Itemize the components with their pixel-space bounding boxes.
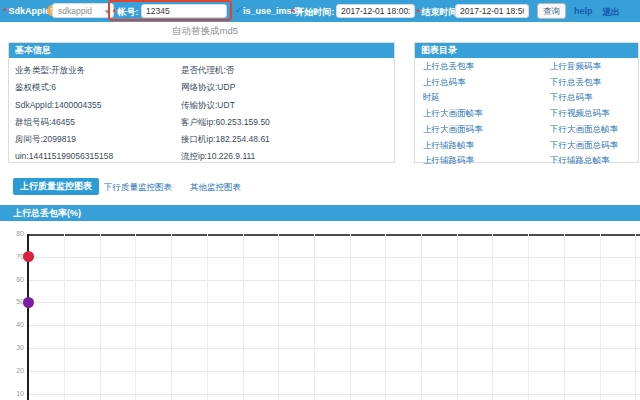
catalog-col1: 上行总丢包率上行总码率时延上行大画面帧率上行大画面码率上行辅路帧率上行辅路码率 — [423, 59, 483, 169]
uplink-loss-chart: 80706050403020100 — [0, 221, 640, 400]
catalog-link[interactable]: 上行辅路码率 — [423, 153, 483, 169]
h-gridline — [28, 394, 640, 395]
y-tick-label: 70 — [0, 253, 24, 260]
v-gridline — [528, 234, 529, 400]
catalog-link[interactable]: 上行总丢包率 — [423, 59, 483, 75]
v-gridline — [421, 234, 422, 400]
catalog-link[interactable]: 上行辅路帧率 — [423, 138, 483, 154]
catalog-link[interactable]: 上行音频码率 — [550, 59, 618, 75]
v-gridline — [171, 234, 172, 400]
tab-other-monitor[interactable]: 其他监控图表 — [190, 182, 241, 194]
catalog-link[interactable]: 下行总码率 — [550, 90, 618, 106]
catalog-link[interactable]: 上行大画面码率 — [423, 122, 483, 138]
catalog-link[interactable]: 下行视频总码率 — [550, 106, 618, 122]
h-gridline — [28, 280, 640, 281]
info-row: 传输协议:UDT — [181, 97, 270, 114]
v-gridline — [600, 234, 601, 400]
end-time-input[interactable] — [455, 4, 529, 18]
v-gridline — [635, 234, 636, 400]
h-gridline — [28, 325, 640, 326]
catalog-link[interactable]: 下行总丢包率 — [550, 75, 618, 91]
info-row: 网络协议:UDP — [181, 79, 270, 96]
v-gridline — [314, 234, 315, 400]
v-gridline — [350, 234, 351, 400]
account-label: *帐号: — [113, 6, 139, 19]
info-row: 接口机ip:182.254.48.61 — [181, 131, 270, 148]
y-tick-label: 80 — [0, 230, 24, 237]
monitor-tabs: 上行质量监控图表 下行质量监控图表 其他监控图表 — [0, 176, 640, 198]
logout-link[interactable]: 退出 — [602, 6, 620, 19]
v-gridline — [457, 234, 458, 400]
chart-catalog-title: 图表目录 — [415, 43, 638, 58]
chart-top-border — [28, 234, 640, 236]
catalog-col2: 上行音频码率下行总丢包率下行总码率下行视频总码率下行大画面总帧率下行大画面总码率… — [550, 59, 618, 169]
account-input[interactable] — [141, 4, 227, 18]
catalog-link[interactable]: 下行大画面总帧率 — [550, 122, 618, 138]
v-gridline — [564, 234, 565, 400]
info-row: 流控ip:10.226.9.111 — [181, 148, 270, 165]
monitor-dashboard: *SdkAppId: ? sdkappid ▾ *帐号: ✓ is_use_im… — [0, 0, 640, 400]
tab-downlink-quality[interactable]: 下行质量监控图表 — [104, 182, 172, 194]
y-tick-label: 20 — [0, 367, 24, 374]
info-row: 客户端ip:60.253.159.50 — [181, 114, 270, 131]
tab-uplink-quality[interactable]: 上行质量监控图表 — [13, 178, 99, 195]
catalog-link[interactable]: 下行大画面总码率 — [550, 138, 618, 154]
y-tick-label: 60 — [0, 276, 24, 283]
start-time-label: *开始时间: — [291, 6, 335, 19]
account-md5-hint: 自动替换成md5 — [155, 25, 255, 38]
chart-catalog-panel: 图表目录 上行总丢包率上行总码率时延上行大画面帧率上行大画面码率上行辅路帧率上行… — [414, 42, 639, 163]
info-row: 是否代理机:否 — [181, 62, 270, 79]
basic-info-col1: 业务类型:开放业务鉴权模式:6SdkAppId:1400004355群组号码:4… — [15, 62, 113, 166]
v-gridline — [100, 234, 101, 400]
imsdk-check-icon[interactable]: ✓ — [235, 5, 243, 15]
end-time-label: *结束时间: — [417, 6, 461, 19]
required-mark: * — [291, 7, 295, 17]
v-gridline — [207, 234, 208, 400]
basic-info-col2: 是否代理机:否网络协议:UDP传输协议:UDT客户端ip:60.253.159.… — [181, 62, 270, 166]
y-tick-label: 40 — [0, 321, 24, 328]
help-link[interactable]: help — [574, 6, 593, 16]
v-gridline — [243, 234, 244, 400]
h-gridline — [28, 257, 640, 258]
info-row: 业务类型:开放业务 — [15, 62, 113, 79]
h-gridline — [28, 302, 640, 303]
info-row: 房间号:2099819 — [15, 131, 113, 148]
catalog-link[interactable]: 下行辅路总帧率 — [550, 153, 618, 169]
sdkappid-select[interactable]: sdkappid ▾ — [52, 3, 114, 18]
catalog-link[interactable]: 时延 — [423, 90, 483, 106]
chevron-down-icon: ▾ — [105, 4, 109, 19]
y-tick-label: 30 — [0, 344, 24, 351]
chart-title-bar: 上行总丢包率(%) — [0, 205, 640, 221]
data-point — [23, 251, 34, 262]
v-gridline — [135, 234, 136, 400]
info-row: 鉴权模式:6 — [15, 79, 113, 96]
h-gridline — [28, 371, 640, 372]
catalog-link[interactable]: 上行大画面帧率 — [423, 106, 483, 122]
top-query-bar: *SdkAppId: ? sdkappid ▾ *帐号: ✓ is_use_im… — [0, 0, 640, 22]
v-gridline — [385, 234, 386, 400]
v-gridline — [64, 234, 65, 400]
start-time-input[interactable] — [336, 4, 415, 18]
h-gridline — [28, 348, 640, 349]
catalog-link[interactable]: 上行总码率 — [423, 75, 483, 91]
info-row: 群组号码:46455 — [15, 114, 113, 131]
basic-info-title: 基本信息 — [9, 43, 394, 58]
required-mark: * — [113, 7, 117, 17]
data-point — [23, 297, 34, 308]
v-gridline — [492, 234, 493, 400]
info-row: uin:144115199056315158 — [15, 148, 113, 165]
y-tick-label: 50 — [0, 298, 24, 305]
query-button[interactable]: 查询 — [537, 3, 566, 19]
y-tick-label: 10 — [0, 390, 24, 397]
sdkappid-select-value: sdkappid — [58, 6, 92, 16]
basic-info-panel: 基本信息 业务类型:开放业务鉴权模式:6SdkAppId:1400004355群… — [8, 42, 395, 163]
required-mark: * — [417, 7, 421, 17]
v-gridline — [278, 234, 279, 400]
info-row: SdkAppId:1400004355 — [15, 97, 113, 114]
required-mark: * — [4, 6, 8, 16]
